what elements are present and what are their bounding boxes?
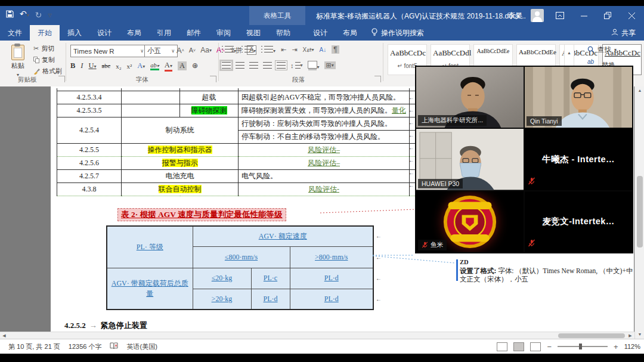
participant-name: 麦竞文-Intertek…: [525, 191, 632, 252]
page-indicator[interactable]: 第 10 页, 共 21 页: [8, 342, 60, 351]
find-button[interactable]: 查找▾: [587, 45, 617, 54]
strikethrough-button[interactable]: abc: [102, 63, 111, 69]
video-conference-panel[interactable]: 上海电器科学研究所... Qin Tianyi: [415, 66, 633, 253]
tab-design[interactable]: 设计: [89, 25, 119, 41]
status-bar: 第 10 页, 共 21 页 12356 个字 英语(美国) − + 112%: [0, 339, 644, 354]
save-icon[interactable]: [6, 10, 14, 19]
word-count[interactable]: 12356 个字: [69, 342, 102, 351]
underline-button[interactable]: U▾: [89, 61, 97, 70]
clipboard-group-label: 剪贴板: [18, 76, 37, 84]
scroll-right-icon[interactable]: ▶: [627, 333, 634, 339]
paragraph-dialog-launcher[interactable]: [374, 76, 381, 82]
undo-button[interactable]: ↶▾: [20, 10, 29, 20]
zoom-slider-thumb[interactable]: [579, 344, 582, 349]
share-button[interactable]: 共享: [606, 25, 640, 41]
zoom-slider[interactable]: [558, 346, 608, 347]
vertical-scroll-thumb[interactable]: [637, 176, 643, 247]
zoom-level[interactable]: 112%: [624, 343, 640, 350]
video-tile[interactable]: HUAWEI P30: [416, 129, 524, 190]
tab-mailings[interactable]: 邮件: [179, 25, 209, 41]
increase-indent-button[interactable]: ⇥: [292, 46, 297, 54]
proofing-icon[interactable]: [110, 342, 118, 351]
bullets-button[interactable]: ▾: [222, 46, 236, 54]
user-name[interactable]: 李昊: [508, 11, 522, 21]
subscript-button[interactable]: x₂: [116, 63, 121, 70]
avatar[interactable]: [531, 9, 544, 22]
tell-me-search[interactable]: 操作说明搜索: [365, 25, 430, 41]
tab-layout[interactable]: 布局: [119, 25, 149, 41]
zoom-out-button[interactable]: −: [547, 342, 552, 351]
qat-customize-icon[interactable]: ▽: [48, 10, 51, 20]
close-button[interactable]: [624, 9, 639, 22]
align-right-button[interactable]: [249, 62, 258, 69]
show-marks-button[interactable]: ¶: [332, 45, 339, 54]
ribbon-display-options-icon[interactable]: [552, 9, 568, 22]
tab-table-layout[interactable]: 布局: [335, 25, 365, 41]
table-row: 4.2.5.3.5 障碍物探测 障碍物探测装置失效，而导致冲撞人员的风险。量化 …: [57, 104, 449, 117]
print-layout-button[interactable]: [513, 342, 524, 351]
copy-button[interactable]: 复制: [33, 55, 62, 64]
tab-home[interactable]: 开始: [30, 25, 60, 41]
redo-button[interactable]: ↻: [35, 11, 42, 19]
tab-table-design[interactable]: 设计: [305, 25, 335, 41]
tab-view[interactable]: 视图: [239, 25, 268, 41]
horizontal-scroll-thumb[interactable]: [558, 333, 625, 338]
format-change-comment[interactable]: ZD 设置了格式: 字体: （默认）Times New Roman, （中文)+…: [460, 258, 634, 283]
video-tile-audio-only[interactable]: 麦竞文-Intertek…: [525, 191, 632, 252]
text-effects-button[interactable]: A▾: [137, 61, 145, 70]
video-tile-audio-only[interactable]: 牛曦杰 - Interte…: [525, 129, 632, 190]
superscript-button[interactable]: x²: [126, 63, 132, 70]
sort-button[interactable]: A↓: [320, 47, 327, 53]
pl-matrix-table[interactable]: PL· 等级 AGV· 额定速度 ≤800·mm/s >800·mm/s AGV…: [106, 225, 374, 310]
web-layout-button[interactable]: [530, 342, 541, 351]
asian-layout-button[interactable]: X⇄▾: [302, 47, 314, 53]
text-highlight-button[interactable]: ab▾: [150, 62, 159, 70]
align-left-button[interactable]: [222, 62, 231, 69]
line-spacing-button[interactable]: ↕▾: [290, 62, 303, 69]
italic-button[interactable]: I: [80, 61, 83, 70]
enclose-characters-button[interactable]: ⊕: [192, 61, 198, 70]
cut-button[interactable]: ✂剪切: [33, 44, 62, 53]
font-dialog-launcher[interactable]: [210, 76, 216, 82]
minimize-button[interactable]: [576, 9, 592, 22]
shrink-font-button[interactable]: A˅: [189, 47, 196, 54]
character-shading-button[interactable]: A: [178, 61, 187, 70]
align-center-button[interactable]: [236, 62, 244, 69]
justify-button[interactable]: [263, 62, 272, 69]
grow-font-button[interactable]: A˄: [177, 46, 184, 55]
zoom-in-button[interactable]: +: [614, 342, 618, 351]
read-mode-button[interactable]: [497, 342, 507, 351]
font-family-select[interactable]: Times New R∨: [70, 45, 147, 57]
video-tile-speaker[interactable]: 上海电器科学研究所...: [416, 67, 524, 128]
paragraph-end-mark: ←: [376, 233, 384, 239]
borders-button[interactable]: ⊞▾: [324, 61, 336, 69]
vertical-scrollbar[interactable]: ▲ ▼: [634, 86, 644, 339]
tab-file[interactable]: 文件: [0, 25, 30, 41]
distribute-button[interactable]: [277, 62, 286, 69]
bold-button[interactable]: B: [70, 61, 75, 70]
language-indicator[interactable]: 英语(美国): [126, 342, 157, 351]
tab-insert[interactable]: 插入: [60, 25, 89, 41]
clipboard-dialog-launcher[interactable]: [58, 76, 65, 82]
font-color-button[interactable]: A▾: [165, 61, 172, 71]
risk-table[interactable]: 4.2.5.3.4 超载 因超载引起的AGV不稳定，而导致冲撞人员风险。 PL·…: [57, 88, 449, 196]
shading-button[interactable]: ▾: [308, 61, 320, 70]
numbering-button[interactable]: ▾: [242, 46, 256, 54]
tab-review[interactable]: 审阅: [209, 25, 239, 41]
format-painter-button[interactable]: 格式刷: [33, 67, 62, 76]
tab-arrow-mark: →: [86, 321, 101, 330]
lightbulb-icon: [371, 28, 378, 38]
restore-button[interactable]: [600, 9, 615, 22]
scroll-down-icon[interactable]: ▼: [636, 331, 643, 338]
change-case-button[interactable]: Aa▾: [200, 46, 212, 54]
decrease-indent-button[interactable]: ⇤: [281, 46, 286, 54]
video-tile[interactable]: Qin Tianyi: [525, 67, 632, 128]
scroll-up-icon[interactable]: ▲: [636, 87, 643, 94]
tab-references[interactable]: 引用: [149, 25, 179, 41]
multilevel-list-button[interactable]: ▾: [261, 46, 275, 54]
video-tile-avatar[interactable]: 鱼米: [416, 191, 524, 252]
paste-button[interactable]: 粘贴▾: [5, 44, 31, 81]
font-size-select[interactable]: 小五∨: [144, 45, 178, 57]
tab-help[interactable]: 帮助: [268, 25, 298, 41]
scroll-left-icon[interactable]: ◀: [1, 333, 8, 339]
